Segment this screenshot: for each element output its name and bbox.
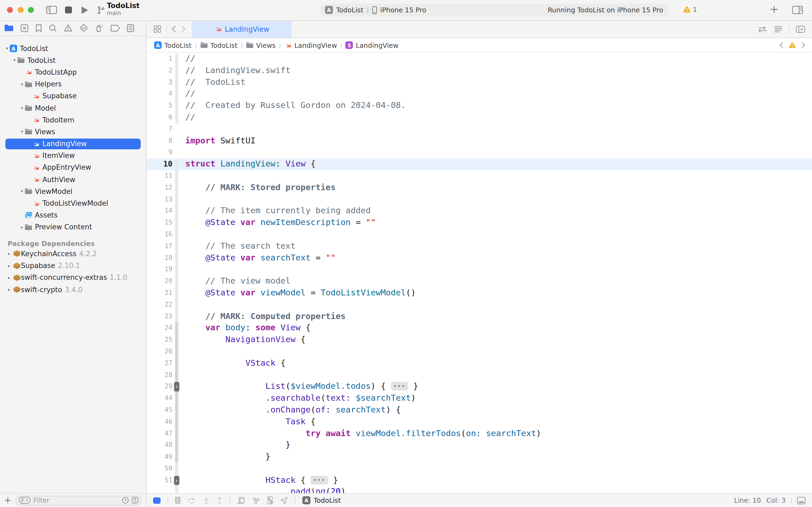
line-number[interactable]: 44 [147, 393, 173, 404]
file-row-views[interactable]: ▾Views [0, 126, 146, 138]
line-number[interactable]: 9 [147, 147, 173, 159]
line-number[interactable]: 4 [147, 88, 173, 100]
line-number[interactable]: 45 [147, 404, 173, 416]
line-number[interactable]: 7 [147, 123, 173, 135]
code-line[interactable]: 50 [147, 463, 812, 475]
package-row-keychainaccess[interactable]: ▸KeychainAccess4.2.2 [0, 247, 146, 260]
issues-icon[interactable] [64, 24, 72, 32]
file-row-todolist[interactable]: ▾ATodoList [0, 43, 146, 54]
code-line[interactable]: 44 .searchable(text: $searchText) [147, 393, 812, 404]
code-line[interactable]: 17 // The search text [147, 241, 812, 252]
line-number[interactable]: 46 [147, 416, 173, 428]
line-number[interactable]: 51 [147, 474, 173, 486]
breakpoints-toggle-icon[interactable] [153, 497, 161, 504]
package-row-swift-crypto[interactable]: ▸swift-crypto3.4.0 [0, 284, 146, 296]
related-items-icon[interactable] [154, 25, 161, 33]
file-row-viewmodel[interactable]: ▾ViewModel [0, 185, 146, 198]
run-destination[interactable]: iPhone 15 Pro [380, 6, 426, 14]
source-editor[interactable]: 1//2// LandingView.swift3// TodoList4//5… [147, 53, 812, 493]
line-number[interactable]: 48 [147, 440, 173, 451]
code-review-icon[interactable] [758, 25, 767, 33]
code-line[interactable]: 24 var body: some View { [147, 323, 812, 334]
line-number[interactable]: 20 [147, 276, 173, 287]
disclosure-chevron-icon[interactable]: ▸ [6, 275, 12, 280]
file-row-itemview[interactable]: ItemView [0, 150, 146, 161]
line-number[interactable]: 29 [147, 381, 173, 393]
prev-issue-icon[interactable] [779, 42, 784, 48]
disclosure-chevron-icon[interactable]: ▾ [12, 58, 17, 63]
close-icon[interactable] [7, 7, 13, 13]
code-line[interactable]: 7 [147, 123, 812, 135]
code-line[interactable]: 15 @State var newItemDescription = "" [147, 217, 812, 229]
disclosure-chevron-icon[interactable]: ▾ [4, 46, 10, 51]
file-row-todolistviewmodel[interactable]: TodoListViewModel [0, 198, 146, 209]
code-line[interactable]: 49 } [147, 451, 812, 463]
line-number[interactable]: 5 [147, 100, 173, 112]
code-line[interactable]: 11 [147, 170, 812, 182]
zoom-icon[interactable] [28, 7, 34, 13]
find-icon[interactable] [49, 24, 57, 32]
code-line[interactable]: 46 Task { [147, 416, 812, 428]
code-line[interactable]: 16 [147, 229, 812, 241]
code-line[interactable]: 19 [147, 264, 812, 276]
line-number[interactable] [147, 486, 173, 493]
scheme-app-name[interactable]: TodoList [336, 6, 363, 14]
code-line[interactable]: 2// LandingView.swift [147, 65, 812, 77]
add-filter-icon[interactable] [131, 497, 138, 504]
warning-icon[interactable] [789, 42, 796, 48]
code-line[interactable]: 8import SwiftUI [147, 135, 812, 147]
jump-bar-item-views-2[interactable]: Views [246, 41, 276, 49]
code-line[interactable]: 5// Created by Russell Gordon on 2024-04… [147, 100, 812, 112]
code-line[interactable]: 27 VStack { [147, 357, 812, 369]
file-row-todoitem[interactable]: TodoItem [0, 114, 146, 126]
disclosure-chevron-icon[interactable]: ▸ [6, 287, 12, 292]
line-number[interactable]: 11 [147, 170, 173, 182]
jump-bar-item-todolist-0[interactable]: ATodoList [154, 41, 191, 49]
debug-icon[interactable] [95, 23, 104, 32]
file-row-preview-content[interactable]: ▸Preview Content [0, 221, 146, 233]
disclosure-chevron-icon[interactable]: ▸ [19, 225, 25, 230]
sidebar-toggle-icon[interactable] [46, 6, 57, 14]
disclosure-chevron-icon[interactable]: ▾ [19, 105, 25, 111]
package-row-supabase[interactable]: ▸Supabase2.10.1 [0, 260, 146, 272]
plus-icon[interactable] [4, 497, 11, 504]
code-line[interactable]: 9 [147, 147, 812, 159]
issue-count[interactable]: 1 [683, 5, 697, 13]
disclosure-chevron-icon[interactable]: ▾ [19, 81, 25, 87]
code-line[interactable]: 51› HStack { ••• } [147, 474, 812, 486]
collapsed-code-badge[interactable]: ••• [391, 382, 408, 391]
jump-bar-item-landingview-4[interactable]: SLandingView [346, 41, 399, 49]
code-line[interactable]: 18 @State var searchText = "" [147, 252, 812, 264]
next-issue-icon[interactable] [801, 42, 806, 48]
minimize-icon[interactable] [18, 7, 23, 13]
code-line[interactable]: 14 // The item currently being added [147, 206, 812, 217]
code-line[interactable]: 13 [147, 193, 812, 206]
debug-target[interactable]: A TodoList [302, 496, 341, 504]
code-line[interactable]: 1// [147, 53, 812, 65]
code-line[interactable]: .padding(20) [147, 486, 812, 493]
disclosure-chevron-icon[interactable]: ▾ [19, 189, 25, 194]
line-number[interactable]: 18 [147, 252, 173, 264]
clock-icon[interactable] [122, 497, 129, 504]
source-control-icon[interactable] [20, 24, 28, 32]
disclosure-chevron-icon[interactable]: ▸ [6, 251, 12, 256]
code-line[interactable]: 25 NavigationView { [147, 334, 812, 346]
line-number[interactable]: 50 [147, 463, 173, 475]
forward-chevron-icon[interactable] [181, 25, 186, 33]
file-row-authview[interactable]: AuthView [0, 173, 146, 185]
file-row-model[interactable]: ▾Model [0, 102, 146, 114]
code-line-current[interactable]: 10struct LandingView: View { [147, 158, 812, 170]
disclosure-chevron-icon[interactable]: ▾ [19, 129, 25, 134]
file-row-landingview[interactable]: LandingView [0, 138, 146, 150]
line-number[interactable]: 25 [147, 334, 173, 346]
line-number[interactable]: 14 [147, 206, 173, 217]
code-line[interactable]: 21 @State var viewModel = TodoListViewMo… [147, 287, 812, 299]
line-number[interactable]: 13 [147, 193, 173, 206]
line-number[interactable]: 10 [147, 158, 173, 170]
fold-collapsed-icon[interactable]: › [174, 382, 179, 392]
line-number[interactable]: 24 [147, 323, 173, 334]
project-navigator-icon[interactable] [4, 24, 13, 32]
code-line[interactable]: 29› List($viewModel.todos) { ••• } [147, 381, 812, 393]
disclosure-chevron-icon[interactable]: ▸ [6, 263, 12, 268]
line-number[interactable]: 6 [147, 112, 173, 123]
